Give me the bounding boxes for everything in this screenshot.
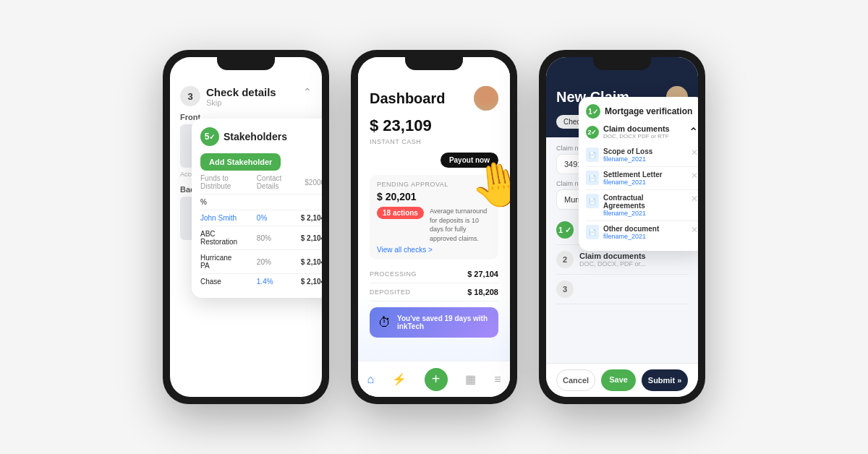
doc-file-icon-4: 📄 — [586, 225, 599, 239]
stk-name-chase: Chase — [200, 278, 257, 286]
doc-scope-loss-close-icon[interactable]: ✕ — [691, 147, 698, 158]
processing-label: PROCESSING — [370, 270, 417, 278]
doc-file-icon: 📄 — [586, 147, 599, 162]
doc-scope-loss-name: Scope of Loss — [603, 147, 686, 155]
phone1-header: 3 Check details Skip ⌃ — [180, 86, 312, 107]
list-nav-icon[interactable]: ≡ — [494, 373, 501, 386]
mortgage-card-step: 1✓ — [586, 104, 600, 119]
stk-pct-chase: 1.4% — [257, 278, 288, 286]
doc-other-filename: filename_2021 — [603, 233, 686, 240]
home-nav-icon[interactable]: ⌂ — [367, 373, 374, 386]
claim-docs-step-circle: 2 — [556, 251, 574, 268]
doc-other-close-icon[interactable]: ✕ — [691, 225, 698, 235]
add-stakeholder-button[interactable]: Add Stakeholder — [200, 153, 281, 171]
phone-notch-2 — [405, 57, 463, 70]
step-5-circle: 5 ✓ — [200, 127, 219, 146]
payout-row: Payout now — [370, 153, 498, 168]
doc-contractual-close-icon[interactable]: ✕ — [691, 194, 698, 204]
stakeholders-title: Stakeholders — [224, 131, 287, 142]
stk-amt-abc: $ 2,104.20 — [288, 234, 322, 242]
doc-settlement-filename: filename_2021 — [603, 179, 686, 186]
stk-header-funds-val: $2000.00 — [288, 179, 322, 187]
view-checks-link[interactable]: View all checks > — [377, 246, 491, 254]
phone-3: New Claim Check 1 ✕ Check 2 Claim number — [539, 50, 705, 404]
deposited-amount: $ 18,208 — [467, 288, 498, 296]
mortgage-card-title: Mortgage verification — [605, 106, 692, 116]
deposited-label: DEPOSITED — [370, 288, 411, 296]
stk-pct-abc: 80% — [257, 234, 288, 242]
stk-contact-col: % — [200, 198, 322, 206]
claim-docs-chevron-icon: ⌃ — [689, 125, 698, 139]
check-details-title: Check details — [206, 86, 303, 98]
claim-docs-card-sub: DOC, DOCX PDF or RTF — [603, 133, 670, 140]
payout-button[interactable]: Payout now — [441, 153, 498, 168]
pending-desc: Average turnaround for deposits is 10 da… — [430, 207, 491, 243]
stk-name-hurricane: HurricanePA — [200, 254, 257, 270]
pending-section: PENDING APPROVAL $ 20,201 18 actions Ave… — [370, 175, 498, 260]
stk-amt-chase: $ 2,104.20 — [288, 278, 322, 286]
doc-file-icon-3: 📄 — [586, 194, 599, 208]
submit-button[interactable]: Submit » — [642, 369, 688, 391]
phone-notch-1 — [217, 57, 275, 70]
cancel-button[interactable]: Cancel — [556, 369, 595, 391]
deposited-row: DEPOSITED $ 18,208 — [370, 283, 498, 301]
table-row: Chase 1.4% $ 2,104.20 — [200, 274, 322, 289]
scope-step-circle: 3 — [556, 280, 574, 298]
scope-check-item: 3 — [556, 275, 688, 304]
stk-amt-john: $ 2,104.20 — [288, 214, 322, 222]
doc-settlement: 📄 Settlement Letter filename_2021 ✕ — [586, 167, 698, 190]
doc-settlement-name: Settlement Letter — [603, 171, 686, 179]
doc-other: 📄 Other document filename_2021 ✕ — [586, 221, 698, 244]
mortgage-card: 1✓ Mortgage verification 2✓ Claim docume… — [579, 97, 698, 251]
stk-header-funds: Funds to Distribute — [200, 174, 257, 190]
stk-pct-john: 0% — [257, 214, 288, 222]
clock-icon: ⏱ — [378, 315, 391, 330]
phone-1: 3 Check details Skip ⌃ Front Accepted fi… — [163, 50, 329, 404]
dashboard-header: Dashboard — [370, 86, 498, 111]
inbox-nav-icon[interactable]: ▦ — [465, 372, 476, 386]
doc-file-icon-2: 📄 — [586, 171, 599, 185]
doc-contractual-name: Contractual Agreements — [603, 194, 686, 210]
processing-row: PROCESSING $ 27,104 — [370, 265, 498, 283]
dashboard-title: Dashboard — [370, 90, 445, 107]
savings-bar: ⏱ You've saved 19 days with inkTech — [370, 307, 498, 338]
add-nav-button[interactable]: + — [425, 368, 448, 391]
stakeholders-table: Funds to Distribute Contact Details $200… — [200, 171, 322, 289]
stakeholders-card: 5 ✓ Stakeholders ⌃ Add Stakeholder Funds… — [192, 119, 322, 298]
skip-label[interactable]: Skip — [206, 98, 303, 107]
doc-settlement-close-icon[interactable]: ✕ — [691, 171, 698, 181]
doc-scope-loss-filename: filename_2021 — [603, 155, 686, 163]
phone3-footer: Cancel Save Submit » — [546, 363, 698, 397]
balance-amount: $ 23,109 — [370, 116, 498, 135]
phone-2: Dashboard $ 23,109 INSTANT CASH Payout n… — [351, 50, 517, 404]
table-row: ABCRestoration 80% $ 2,104.20 — [200, 226, 322, 250]
stk-pct-hurricane: 20% — [257, 258, 288, 266]
stk-name-john: John Smith — [200, 214, 257, 222]
instant-cash-label: INSTANT CASH — [370, 138, 498, 145]
doc-contractual: 📄 Contractual Agreements filename_2021 ✕ — [586, 190, 698, 221]
stk-amt-hurricane: $ 2,104.20 — [288, 258, 322, 266]
table-row: John Smith 0% $ 2,104.20 — [200, 210, 322, 226]
save-button[interactable]: Save — [601, 369, 636, 391]
actions-badge: 18 actions — [377, 207, 424, 219]
claim-docs-check-sub: DOC, DOCX, PDF or... — [579, 260, 646, 267]
claim-docs-check-title: Claim documents — [579, 252, 646, 260]
avatar — [474, 86, 498, 111]
claim-docs-card-title: Claim documents — [603, 124, 670, 133]
mortgage-step-circle: 1 ✓ — [556, 221, 574, 239]
savings-text: You've saved 19 days with inkTech — [397, 314, 490, 330]
pending-label: PENDING APPROVAL — [377, 181, 491, 188]
doc-other-name: Other document — [603, 225, 686, 233]
processing-amount: $ 27,104 — [467, 270, 498, 278]
stk-name-abc: ABCRestoration — [200, 230, 257, 246]
stk-header-contact: Contact Details — [257, 174, 288, 190]
doc-contractual-filename: filename_2021 — [603, 210, 686, 217]
step-3-circle: 3 — [180, 86, 200, 106]
doc-scope-loss: 📄 Scope of Loss filename_2021 ✕ — [586, 144, 698, 167]
bottom-nav: ⌂ ⚡ + ▦ ≡ — [358, 361, 510, 397]
pending-amount: $ 20,201 — [377, 191, 417, 202]
phone-notch-3 — [593, 57, 651, 70]
chevron-up-icon: ⌃ — [303, 86, 312, 98]
lightning-nav-icon[interactable]: ⚡ — [392, 372, 407, 386]
table-row: HurricanePA 20% $ 2,104.20 — [200, 250, 322, 274]
